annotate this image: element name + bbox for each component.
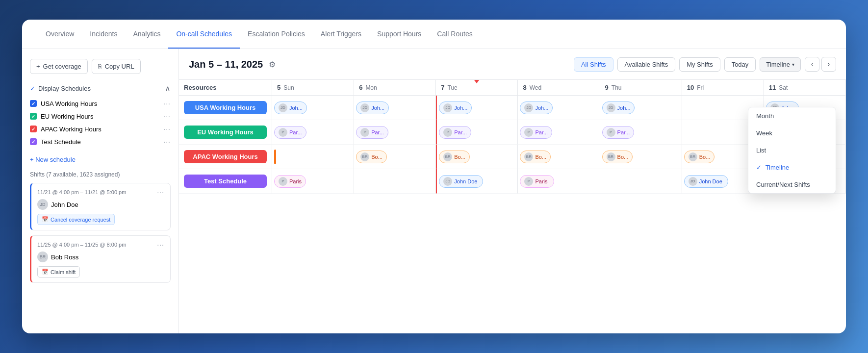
resource-test: Test Schedule (179, 169, 272, 194)
shift-card-2: 11/25 @ 4:00 pm – 11/25 @ 8:00 pm ··· BR… (30, 235, 171, 283)
avatar-bob: BR (37, 252, 48, 262)
cell-eu-sun: P Par... (272, 120, 354, 145)
tab-overview[interactable]: Overview (38, 20, 82, 49)
calendar-icon: 📅 (42, 216, 49, 223)
cell-eu-thu: P Par... (600, 120, 682, 145)
shift-paris-sun[interactable]: P Par... (274, 126, 306, 139)
nav-arrows: ‹ › (805, 57, 836, 72)
cell-apac-thu: BR Bo... (600, 145, 682, 169)
dropdown-list[interactable]: List (748, 142, 836, 159)
date-range: Jan 5 – 11, 2025 (189, 59, 263, 70)
timeline-dropdown-menu: Month Week List ✓ Timeline Current/Next … (748, 107, 836, 194)
resource-label-eu: EU Working Hours (184, 126, 267, 139)
shift-johndoe-test-fri[interactable]: JD John Doe (684, 175, 728, 188)
schedule-item-usa: ✓ USA Working Hours ··· (30, 97, 171, 110)
get-coverage-button[interactable]: + Get coverage (30, 59, 88, 74)
avatar-chip: JD (524, 103, 533, 112)
checkbox-eu[interactable]: ✓ (30, 113, 37, 120)
shift-paris-wed[interactable]: P Par... (520, 126, 552, 139)
claim-shift-button[interactable]: 📅 Claim shift (37, 266, 80, 277)
shift-bob-wed[interactable]: BR Bo... (520, 151, 551, 163)
shift-john-wed[interactable]: JD Joh... (520, 101, 553, 114)
schedule-item-apac: ✓ APAC Working Hours ··· (30, 123, 171, 135)
checkbox-apac[interactable]: ✓ (30, 126, 37, 132)
checkbox-usa[interactable]: ✓ (30, 100, 37, 107)
avatar-chip: BR (607, 152, 615, 161)
avatar-chip: JD (360, 103, 369, 112)
resource-label-usa: USA Working Hours (184, 101, 267, 114)
cell-test-tue: JD John Doe (436, 169, 518, 194)
more-options-apac[interactable]: ··· (163, 125, 171, 133)
prev-button[interactable]: ‹ (805, 57, 819, 72)
shift-paris-test-wed[interactable]: P Paris (520, 175, 554, 188)
shift-john-thu[interactable]: JD Joh... (602, 101, 635, 114)
cell-usa-thu: JD Joh... (600, 96, 682, 120)
grid-body: USA Working Hours JD Joh... JD Joh... (179, 96, 846, 194)
shifts-header: Shifts (7 available, 1623 assigned) (30, 171, 171, 178)
shift-john-tue[interactable]: JD Joh... (439, 101, 472, 114)
shift-bob-fri[interactable]: BR Bo... (684, 151, 715, 163)
shift-paris-mon[interactable]: P Par... (356, 126, 388, 139)
dropdown-timeline[interactable]: ✓ Timeline (748, 159, 836, 176)
avatar-chip: P (524, 177, 533, 186)
filter-available-shifts[interactable]: Available Shifts (617, 57, 676, 72)
avatar-chip: P (524, 128, 533, 137)
plus-icon: + (36, 63, 40, 70)
new-schedule-label: + New schedule (30, 156, 76, 163)
more-options-eu[interactable]: ··· (163, 112, 171, 120)
tab-incidents[interactable]: Incidents (82, 20, 125, 49)
shifts-section: Shifts (7 available, 1623 assigned) 11/2… (30, 171, 171, 283)
header-tue: 7 Tue (436, 80, 518, 95)
tab-call-routes[interactable]: Call Routes (429, 20, 480, 49)
shift-paris-tue[interactable]: P Par... (439, 126, 471, 139)
shift-bob-thu[interactable]: BR Bo... (602, 151, 633, 163)
dropdown-week[interactable]: Week (748, 125, 836, 142)
shift-user-1: JD John Doe (37, 199, 164, 210)
resource-usa: USA Working Hours (179, 96, 272, 120)
shift-bob-mon[interactable]: BR Bo... (356, 151, 387, 163)
new-schedule-button[interactable]: + New schedule (30, 156, 171, 163)
shift-john-mon[interactable]: JD Joh... (356, 101, 389, 114)
shift-more-1[interactable]: ··· (157, 188, 164, 196)
shift-time-1: 11/21 @ 4:00 pm – 11/21 @ 5:00 pm (37, 189, 126, 195)
shift-paris-test-sun[interactable]: P Paris (274, 175, 306, 188)
tab-alert-triggers[interactable]: Alert Triggers (313, 20, 369, 49)
cell-usa-mon: JD Joh... (354, 96, 436, 120)
resource-eu: EU Working Hours (179, 120, 272, 145)
tab-escalation-policies[interactable]: Escalation Policies (240, 20, 313, 49)
schedule-item-eu: ✓ EU Working Hours ··· (30, 110, 171, 123)
shift-paris-thu[interactable]: P Par... (602, 126, 635, 139)
tab-analytics[interactable]: Analytics (125, 20, 168, 49)
chevron-up-icon[interactable]: ∧ (165, 84, 171, 93)
cell-usa-tue: JD Joh... (436, 96, 518, 120)
today-button[interactable]: Today (724, 57, 756, 72)
settings-icon[interactable]: ⚙ (269, 60, 276, 69)
next-button[interactable]: › (821, 57, 836, 72)
dropdown-current-next[interactable]: Current/Next Shifts (748, 176, 836, 193)
cancel-coverage-button[interactable]: 📅 Cancel coverage request (37, 214, 115, 225)
shift-bob-tue[interactable]: BR Bo... (439, 151, 470, 163)
shift-john-sun[interactable]: JD Joh... (274, 101, 307, 114)
grid-header: Resources 5 Sun 6 Mon (179, 80, 846, 96)
more-options-usa[interactable]: ··· (163, 100, 171, 107)
tab-support-hours[interactable]: Support Hours (369, 20, 429, 49)
avatar-john: JD (37, 199, 48, 210)
filter-all-shifts[interactable]: All Shifts (574, 57, 613, 72)
dropdown-month[interactable]: Month (748, 107, 836, 125)
checkbox-test[interactable]: ✓ (30, 138, 37, 145)
avatar-chip: P (279, 128, 287, 137)
timeline-dropdown-button[interactable]: Timeline ▾ (760, 57, 801, 72)
more-options-test[interactable]: ··· (163, 138, 171, 146)
cell-usa-sun: JD Joh... (272, 96, 354, 120)
shift-johndoe-test-tue[interactable]: JD John Doe (439, 175, 483, 188)
avatar-chip: BR (360, 152, 369, 161)
cell-usa-wed: JD Joh... (518, 96, 600, 120)
tab-oncall-schedules[interactable]: On-call Schedules (168, 20, 240, 49)
display-schedules-header: ✓ Display Schedules ∧ (30, 84, 171, 93)
shift-more-2[interactable]: ··· (157, 241, 164, 249)
filter-my-shifts[interactable]: My Shifts (679, 57, 720, 72)
header-mon: 6 Mon (354, 80, 436, 95)
cell-eu-wed: P Par... (518, 120, 600, 145)
avatar-chip: JD (443, 103, 452, 112)
copy-url-button[interactable]: ⎘ Copy URL (92, 59, 141, 74)
